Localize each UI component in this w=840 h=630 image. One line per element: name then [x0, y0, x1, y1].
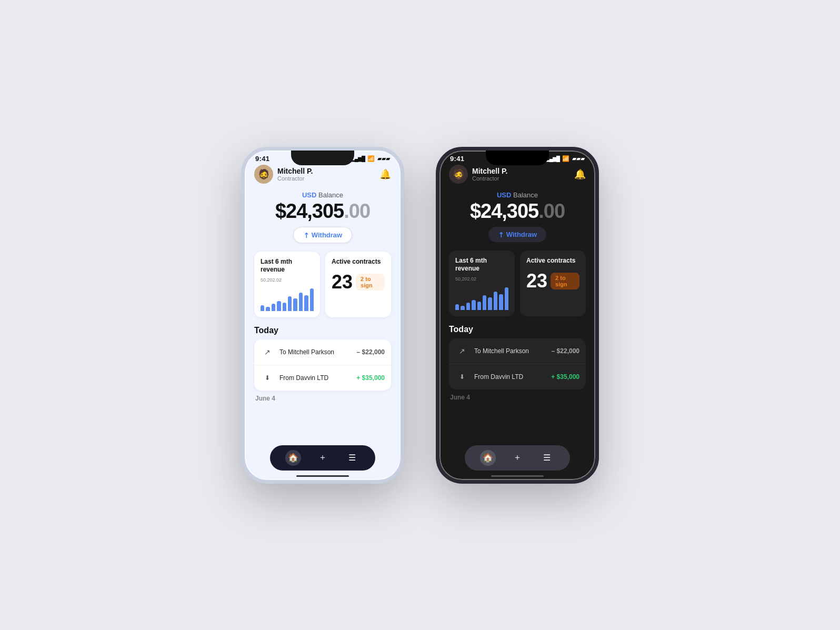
dark-bar-7 [488, 297, 492, 310]
nav-home-dark[interactable]: 🏠 [480, 450, 496, 466]
nav-plus-dark[interactable]: ＋ [509, 450, 525, 466]
avatar-dark: 🧔 [449, 165, 468, 184]
credit-icon-dark: ⬇ [455, 370, 469, 384]
balance-amount-light: $24,305.00 [254, 200, 391, 223]
to-sign-badge-dark: 2 to sign [551, 273, 579, 289]
balance-cents-light: .00 [344, 200, 370, 222]
dark-bar-4 [472, 300, 475, 310]
dark-bar-9 [499, 294, 503, 310]
debit-amount-light: – $22,000 [357, 348, 385, 356]
contracts-row-dark: 23 2 to sign [526, 270, 579, 292]
withdraw-label-dark: Withdraw [506, 231, 537, 238]
user-role-light: Contractor [277, 175, 313, 182]
debit-amount-dark: – $22,000 [552, 347, 579, 355]
credit-amount-dark: + $35,000 [551, 373, 579, 381]
credit-name-light: From Davvin LTD [279, 374, 351, 382]
dark-bar-2 [461, 306, 464, 310]
bar-8 [299, 293, 303, 311]
bar-2 [266, 307, 269, 311]
chart-bars-light [261, 285, 314, 311]
status-time-dark: 9:41 [450, 155, 464, 163]
user-name-dark: Mitchell P. [472, 167, 507, 175]
date-text-dark: June 4 [450, 394, 585, 401]
transaction-list-dark: ↗ To Mitchell Parkson – $22,000 ⬇ From D… [449, 338, 586, 389]
contracts-num-light: 23 [332, 271, 353, 293]
bar-7 [293, 298, 297, 311]
debit-icon-light: ↗ [261, 345, 274, 359]
user-role-dark: Contractor [472, 175, 507, 182]
date-text-light: June 4 [255, 395, 390, 402]
contracts-title-light: Active contracts [332, 258, 385, 266]
header-light: 🧔 Mitchell P. Contractor 🔔 [254, 165, 391, 184]
balance-section-dark: USD Balance $24,305.00 ↗ Withdraw [449, 191, 586, 242]
dark-bar-6 [483, 295, 486, 310]
dark-bar-8 [494, 292, 497, 310]
contracts-card-dark: Active contracts 23 2 to sign [520, 251, 586, 316]
revenue-card-light: Last 6 mth revenue 50,202.02 [254, 252, 320, 317]
scene: 9:41 ▂▄▆█ 📶 ▰▰▰ 🧔 Mitchell P. Contractor… [220, 126, 620, 505]
bar-3 [272, 304, 275, 311]
debit-name-light: To Mitchell Parkson [279, 348, 352, 356]
dark-bar-1 [455, 304, 459, 310]
balance-amount-dark: $24,305.00 [449, 200, 586, 223]
nav-list-light[interactable]: ☰ [344, 450, 360, 466]
bell-icon-dark[interactable]: 🔔 [574, 168, 586, 180]
user-info-light: 🧔 Mitchell P. Contractor [254, 165, 313, 184]
phone-dark: 9:41 ▂▄▆█ 📶 ▰▰▰ 🧔 Mitchell P. Contractor… [436, 147, 599, 484]
phone-light: 9:41 ▂▄▆█ 📶 ▰▰▰ 🧔 Mitchell P. Contractor… [241, 147, 404, 484]
date-row-dark: June 4 [449, 394, 586, 401]
withdraw-arrow-light: ↗ [301, 230, 311, 239]
withdraw-button-light[interactable]: ↗ Withdraw [293, 227, 352, 243]
user-name-light: Mitchell P. [277, 167, 313, 175]
revenue-card-dark: Last 6 mth revenue 50,202.02 [449, 251, 515, 316]
to-sign-badge-light: 2 to sign [356, 274, 385, 291]
transaction-debit-dark[interactable]: ↗ To Mitchell Parkson – $22,000 [449, 338, 586, 364]
dark-bar-5 [477, 302, 481, 310]
battery-icon-dark: ▰▰▰ [572, 155, 585, 162]
screen-light: 🧔 Mitchell P. Contractor 🔔 USD Balance $… [245, 165, 401, 475]
chart-value-light: 50,202.02 [261, 277, 314, 283]
bottom-nav-dark: 🏠 ＋ ☰ [465, 445, 570, 471]
nav-list-dark[interactable]: ☰ [539, 450, 555, 466]
balance-main-light: $24,305 [275, 200, 344, 222]
balance-label-dark: USD Balance [449, 191, 586, 199]
status-icons-dark: ▂▄▆█ 📶 ▰▰▰ [546, 155, 585, 162]
bar-6 [288, 296, 292, 311]
wifi-icon-light: 📶 [367, 155, 375, 162]
credit-icon-light: ⬇ [261, 371, 274, 385]
withdraw-label-light: Withdraw [312, 231, 342, 239]
bar-4 [277, 301, 281, 311]
user-text-dark: Mitchell P. Contractor [472, 167, 507, 182]
today-section-dark: Today ↗ To Mitchell Parkson – $22,000 ⬇ … [449, 325, 586, 389]
balance-suffix-dark: Balance [513, 191, 538, 199]
chart-bars-dark [455, 284, 508, 310]
status-time-light: 9:41 [255, 155, 269, 163]
withdraw-button-dark[interactable]: ↗ Withdraw [488, 227, 546, 242]
contracts-row-light: 23 2 to sign [332, 271, 385, 293]
user-text-light: Mitchell P. Contractor [277, 167, 313, 182]
nav-home-light[interactable]: 🏠 [285, 450, 301, 466]
balance-main-dark: $24,305 [470, 200, 538, 222]
usd-label-light: USD [302, 191, 316, 199]
transaction-credit-light[interactable]: ⬇ From Davvin LTD + $35,000 [254, 365, 391, 391]
transaction-credit-dark[interactable]: ⬇ From Davvin LTD + $35,000 [449, 364, 586, 389]
bar-1 [261, 305, 264, 311]
bottom-nav-light: 🏠 ＋ ☰ [270, 445, 375, 471]
credit-amount-light: + $35,000 [356, 374, 385, 382]
notch-dark [486, 151, 549, 165]
home-indicator-light [296, 475, 349, 477]
revenue-title-dark: Last 6 mth revenue [455, 257, 508, 273]
dark-bar-3 [466, 303, 470, 310]
debit-name-dark: To Mitchell Parkson [474, 347, 546, 355]
usd-label-dark: USD [497, 191, 511, 199]
transaction-debit-light[interactable]: ↗ To Mitchell Parkson – $22,000 [254, 339, 391, 365]
balance-section-light: USD Balance $24,305.00 ↗ Withdraw [254, 191, 391, 243]
status-icons-light: ▂▄▆█ 📶 ▰▰▰ [351, 155, 390, 162]
home-indicator-dark [491, 475, 544, 477]
bell-icon-light[interactable]: 🔔 [379, 168, 391, 180]
balance-suffix-light: Balance [318, 191, 343, 199]
header-dark: 🧔 Mitchell P. Contractor 🔔 [449, 165, 586, 184]
contracts-card-light: Active contracts 23 2 to sign [325, 252, 391, 317]
nav-plus-light[interactable]: ＋ [315, 450, 331, 466]
debit-icon-dark: ↗ [455, 344, 469, 358]
